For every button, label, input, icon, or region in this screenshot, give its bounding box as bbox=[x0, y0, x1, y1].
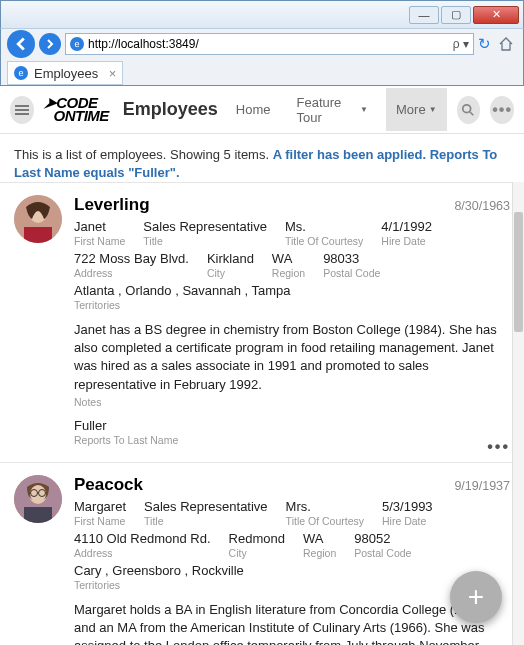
browser-tabbar: e Employees × bbox=[0, 58, 524, 86]
search-icon: ρ ▾ bbox=[453, 37, 469, 51]
menu-button[interactable] bbox=[10, 96, 34, 124]
close-tab-icon[interactable]: × bbox=[109, 66, 117, 81]
window-titlebar: — ▢ ✕ bbox=[0, 0, 524, 28]
notes: Janet has a BS degree in chemistry from … bbox=[74, 321, 510, 394]
scroll-thumb[interactable] bbox=[514, 212, 523, 332]
last-name: Leverling bbox=[74, 195, 454, 215]
window-maximize-button[interactable]: ▢ bbox=[441, 6, 471, 24]
app-logo: ➤CODE ONTIME bbox=[44, 97, 109, 122]
refresh-button[interactable]: ↻ bbox=[478, 35, 491, 53]
avatar bbox=[14, 195, 62, 243]
plus-icon: + bbox=[468, 581, 484, 613]
card-menu-button[interactable]: ••• bbox=[487, 438, 510, 456]
address-bar[interactable]: e ρ ▾ bbox=[65, 33, 474, 55]
svg-rect-10 bbox=[24, 507, 52, 523]
chevron-down-icon: ▼ bbox=[429, 105, 437, 114]
hamburger-icon bbox=[15, 109, 29, 111]
dots-icon: ••• bbox=[492, 101, 512, 119]
nav-feature-tour[interactable]: Feature Tour ▼ bbox=[289, 81, 376, 139]
notes: Margaret holds a BA in English literatur… bbox=[74, 601, 510, 645]
last-name: Peacock bbox=[74, 475, 454, 495]
tab-title: Employees bbox=[34, 66, 98, 81]
browser-toolbar: e ρ ▾ ↻ bbox=[0, 28, 524, 58]
home-button[interactable] bbox=[495, 33, 517, 55]
search-button[interactable] bbox=[457, 96, 481, 124]
app-bar: ➤CODE ONTIME Employees Home Feature Tour… bbox=[0, 86, 524, 134]
scrollbar[interactable] bbox=[512, 182, 524, 645]
svg-rect-7 bbox=[32, 492, 44, 496]
employee-list: Leverling8/30/1963 JanetFirst Name Sales… bbox=[0, 182, 524, 645]
svg-point-0 bbox=[463, 104, 471, 112]
birth-date: 8/30/1963 bbox=[454, 199, 510, 213]
nav-more[interactable]: More ▼ bbox=[386, 88, 447, 131]
window-close-button[interactable]: ✕ bbox=[473, 6, 519, 24]
page-title: Employees bbox=[123, 99, 218, 120]
svg-rect-3 bbox=[24, 227, 52, 243]
birth-date: 9/19/1937 bbox=[454, 479, 510, 493]
url-input[interactable] bbox=[88, 37, 449, 51]
nav-home[interactable]: Home bbox=[228, 88, 279, 131]
window-minimize-button[interactable]: — bbox=[409, 6, 439, 24]
ie-icon: e bbox=[70, 37, 84, 51]
add-button[interactable]: + bbox=[450, 571, 502, 623]
overflow-button[interactable]: ••• bbox=[490, 96, 514, 124]
ie-icon: e bbox=[14, 66, 28, 80]
chevron-down-icon: ▼ bbox=[360, 105, 368, 114]
browser-tab[interactable]: e Employees × bbox=[7, 61, 123, 85]
back-button[interactable] bbox=[7, 30, 35, 58]
employee-card[interactable]: Leverling8/30/1963 JanetFirst Name Sales… bbox=[0, 183, 524, 463]
employee-card[interactable]: Peacock9/19/1937 MargaretFirst Name Sale… bbox=[0, 463, 524, 645]
forward-button[interactable] bbox=[39, 33, 61, 55]
avatar bbox=[14, 475, 62, 523]
